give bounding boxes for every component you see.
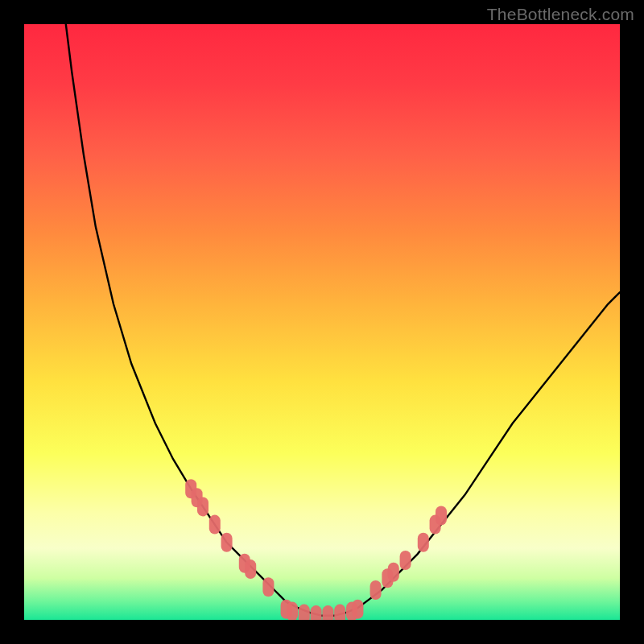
data-marker [352,600,363,619]
data-marker [221,533,233,552]
data-marker [334,605,345,620]
data-marker [311,605,322,620]
attribution-text: TheBottleneck.com [487,5,634,24]
data-marker [400,551,411,570]
chart-svg [24,24,620,620]
data-marker [370,580,382,600]
marker-group [185,479,447,620]
chart-plot-area [24,24,620,620]
data-marker [245,559,256,579]
data-marker [197,497,208,516]
data-marker [262,577,274,597]
data-marker [299,605,310,620]
chart-frame: TheBottleneck.com [0,0,644,644]
data-marker [322,605,333,620]
data-marker [388,563,399,582]
data-marker [418,533,429,552]
data-marker [209,515,221,535]
data-marker [436,506,447,526]
bottleneck-curve [66,24,620,616]
data-marker [287,602,298,620]
